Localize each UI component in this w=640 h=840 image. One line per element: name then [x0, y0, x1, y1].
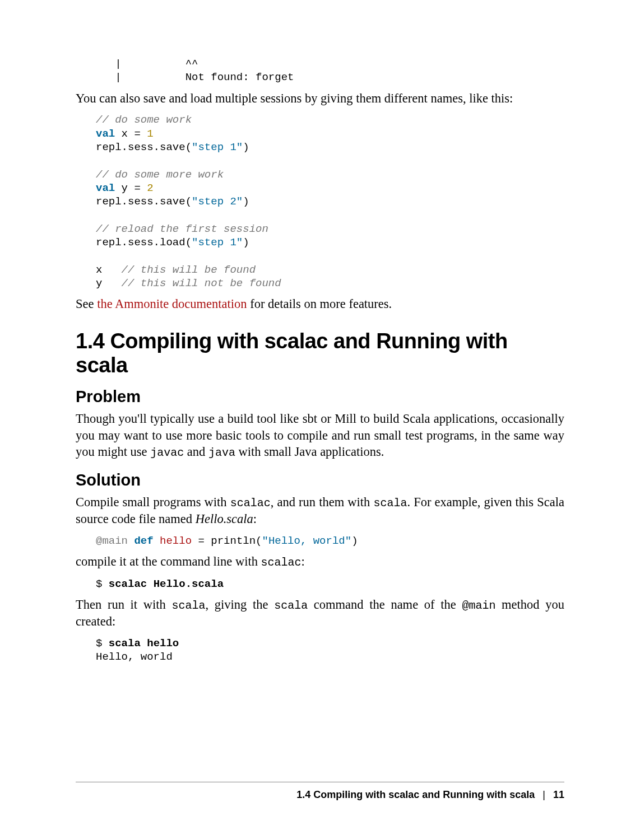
inline-code: scala: [373, 497, 407, 510]
section-heading: 1.4 Compiling with scalac and Running wi…: [76, 329, 564, 377]
code-text: [128, 535, 134, 547]
code-string: "Hello, world": [262, 535, 351, 547]
text: and: [184, 445, 208, 459]
inline-code: scala: [171, 599, 205, 612]
code-text: x: [96, 264, 122, 276]
inline-code: scala: [274, 599, 308, 612]
code-text: y: [96, 277, 122, 290]
code-text: ): [243, 236, 249, 249]
filename: Hello.scala: [196, 512, 253, 526]
code-keyword: val: [96, 128, 115, 140]
text: command the name of the: [308, 598, 462, 612]
inline-code: javac: [150, 446, 184, 459]
code-text: [154, 535, 160, 547]
paragraph: Though you'll typically use a build tool…: [76, 410, 564, 461]
code-text: ): [351, 535, 358, 547]
code-error-output: | ^^ | Not found: forget: [96, 57, 564, 85]
code-comment: // reload the first session: [96, 223, 268, 235]
code-comment: // this will not be found: [122, 277, 281, 290]
code-keyword: val: [96, 182, 115, 194]
page-number: 11: [553, 789, 564, 800]
paragraph: You can also save and load multiple sess…: [76, 90, 564, 107]
code-comment: // do some work: [96, 114, 192, 126]
code-string: "step 1": [192, 236, 243, 249]
inline-code: scalac: [230, 497, 271, 510]
code-text: repl.sess.save(: [96, 195, 192, 208]
code-text: ): [243, 195, 249, 208]
paragraph: See the Ammonite documentation for detai…: [76, 296, 564, 312]
page-footer: 1.4 Compiling with scalac and Running wi…: [76, 782, 564, 801]
code-keyword: def: [134, 535, 153, 547]
shell-output: Hello, world: [96, 651, 173, 663]
footer-separator: |: [535, 789, 553, 801]
inline-code: java: [208, 446, 235, 459]
shell-prompt: $: [96, 637, 109, 650]
subsection-problem: Problem: [76, 388, 564, 406]
code-string: "step 1": [192, 141, 243, 153]
code-string: "step 2": [192, 195, 243, 208]
text: , giving the: [205, 598, 274, 612]
text: See: [76, 297, 97, 311]
ammonite-docs-link[interactable]: the Ammonite documentation: [97, 297, 247, 311]
paragraph: Then run it with scala, giving the scala…: [76, 596, 564, 630]
code-line: | Not found: forget: [96, 71, 294, 83]
code-compile-command: $ scalac Hello.scala: [96, 577, 564, 591]
text: compile it at the command line with: [76, 554, 261, 568]
code-text: repl.sess.save(: [96, 141, 192, 153]
shell-command: scalac Hello.scala: [109, 578, 224, 590]
code-hello-scala: @main def hello = println("Hello, world"…: [96, 534, 564, 548]
code-text: = println(: [192, 535, 262, 547]
shell-command: scala hello: [109, 637, 179, 650]
code-number: 2: [147, 182, 153, 194]
text: with small Java applications.: [235, 445, 384, 459]
text: for details on more features.: [247, 297, 392, 311]
subsection-solution: Solution: [76, 471, 564, 489]
page: | ^^ | Not found: forget You can also sa…: [0, 0, 640, 840]
inline-code: @main: [462, 599, 495, 612]
text: :: [302, 554, 305, 568]
code-text: repl.sess.load(: [96, 236, 192, 249]
code-annotation: @main: [96, 535, 128, 547]
code-comment: // this will be found: [122, 264, 256, 276]
code-session-example: // do some work val x = 1 repl.sess.save…: [96, 113, 564, 290]
code-line: | ^^: [96, 58, 198, 70]
code-text: x =: [115, 128, 147, 140]
code-text: ): [243, 141, 249, 153]
text: , and run them with: [271, 495, 374, 509]
code-number: 1: [147, 128, 153, 140]
code-comment: // do some more work: [96, 169, 224, 181]
text: Then run it with: [76, 598, 171, 612]
paragraph: Compile small programs with scalac, and …: [76, 494, 564, 528]
code-run-command: $ scala hello Hello, world: [96, 637, 564, 664]
inline-code: scalac: [261, 556, 302, 569]
text: :: [253, 512, 257, 526]
paragraph: compile it at the command line with scal…: [76, 553, 564, 570]
footer-section-title: 1.4 Compiling with scalac and Running wi…: [296, 789, 535, 800]
shell-prompt: $: [96, 578, 109, 590]
code-text: y =: [115, 182, 147, 194]
code-identifier: hello: [160, 535, 192, 547]
text: Compile small programs with: [76, 495, 230, 509]
